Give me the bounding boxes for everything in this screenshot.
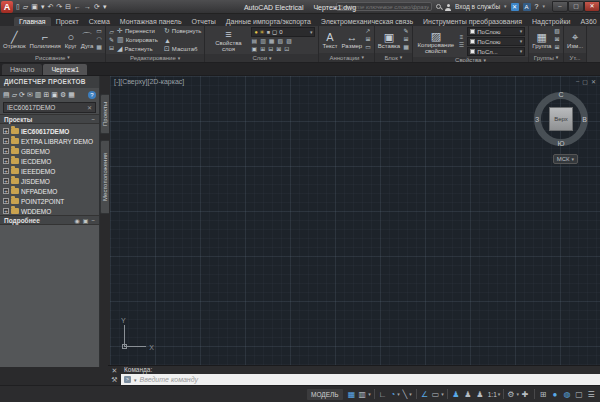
annotation-scale-button[interactable]: ♟ ▾ [475,388,486,401]
isodraft-toggle[interactable]: ╲ ▾ [402,388,413,401]
scale-value-button[interactable]: 1:1 ▾ [487,388,501,401]
command-customize-icon[interactable]: ⚒ [111,376,117,384]
new-project-icon[interactable]: ▤ [3,90,10,100]
project-item[interactable]: + GBDEMO [3,146,99,156]
panel-label-annotation[interactable]: Аннотации▾ [319,53,373,62]
modify-tool-button[interactable]: ↻ Повернуть [164,27,202,35]
forward-icon[interactable]: → [84,1,91,13]
modify-tool-button[interactable]: ▲ [164,36,202,44]
layer-dropdown[interactable]: ● ☀ ■ ▢ 0 ▾ [251,27,315,37]
ribbon-tab[interactable]: Электромеханическая связь [316,17,418,26]
layer-mini-icon[interactable]: ⊟ [268,46,273,53]
annotation-mini-icon[interactable]: ▭ [365,44,371,51]
new-drawing-icon[interactable]: ⊞ [43,90,49,100]
help-button[interactable]: ? [535,3,539,10]
layer-mini-icon[interactable]: ▦ [269,38,275,45]
polar-toggle[interactable]: ◔ ▾ [390,388,401,401]
modify-tool-button[interactable]: ▥ Копировать [117,36,158,44]
ribbon-tab[interactable]: Данные импорта/экспорта [221,17,316,26]
group-mini-icon[interactable]: ▧ [554,28,560,35]
a360-icon[interactable]: A [523,3,531,11]
expand-icon[interactable]: + [3,128,9,134]
modify-mini-icon[interactable]: ⊟ [109,45,114,52]
quick-properties-toggle[interactable]: ⊞ ▾ [538,388,549,401]
project-item[interactable]: + WDDEMO [3,206,99,215]
panel-label-groups[interactable]: Группы▾ [529,53,563,62]
viewport-controls[interactable]: [-][Сверху][2D-каркас] [114,78,184,85]
block-mini-icon[interactable]: ⊞ [403,36,409,43]
osnap-toggle[interactable]: ▭ ▾ [432,388,444,401]
layer-mini-icon[interactable]: ▥ [260,38,266,45]
insert-block-button[interactable]: ▣ Вставка [378,31,400,49]
project-item[interactable]: + POINT2POINT [3,196,99,206]
properties-mini-icon[interactable]: ☰ [459,42,464,49]
modify-tool-button[interactable]: ✛ Перенести [117,27,158,35]
expand-icon[interactable]: + [3,138,9,144]
minimize-button[interactable]: – [552,1,568,12]
new-file-icon[interactable]: ▯ [16,1,20,13]
layer-mini-icon[interactable]: ▧ [277,38,283,45]
ribbon-tab[interactable]: Схема [84,17,115,26]
properties-mini-icon[interactable]: ≡ [459,34,464,41]
layer-mini-icon[interactable]: ⊠ [276,46,281,53]
clear-icon[interactable]: ✕ [87,104,92,111]
details-section-header[interactable]: Подробнее ◉▣− [0,215,99,225]
panel-label-block[interactable]: Блок▾ [375,53,412,62]
command-close-icon[interactable]: ✕ [112,367,118,375]
project-item[interactable]: + NFPADEMO [3,186,99,196]
group-button[interactable]: ▦ Группа [532,31,551,49]
open-file-icon[interactable]: ▱ [23,1,28,13]
save-icon[interactable]: ▣ [31,1,38,13]
expand-icon[interactable]: + [3,188,9,194]
panel-label-modify[interactable]: Редактирование▾ [106,54,204,62]
settings-icon[interactable]: ⚙ [60,90,66,100]
layer-mini-icon[interactable]: ⊞ [260,46,265,53]
annotation-mini-icon[interactable]: ↗ [365,28,371,35]
measure-button[interactable]: ⌖ Изм... [567,31,583,49]
model-space-button[interactable]: МОДЕЛЬ [307,389,343,400]
utilities-icon[interactable]: ▦ [68,90,75,100]
ribbon-tab[interactable]: A360 [575,17,600,26]
viewcube-east[interactable]: В [582,116,587,123]
viewcube-west[interactable]: З [535,116,539,123]
viewcube-south[interactable]: Ю [557,140,564,147]
annotation-mini-icon[interactable]: ⊞ [365,36,371,43]
help-caret-icon[interactable]: ▾ [542,4,545,9]
layer-properties-button[interactable]: ≡ Свойства слоя [208,28,248,52]
group-mini-icon[interactable]: ⊞ [554,44,560,51]
match-properties-button[interactable]: ▨ Копирование свойств [416,30,456,54]
projects-section-header[interactable]: Проекты − [0,114,99,124]
project-item[interactable]: + IEC60617DEMO [3,126,99,136]
doc-close-button[interactable]: ✕ [591,78,596,85]
recent-commands-icon[interactable]: ▾ [134,377,137,383]
project-update-icon[interactable]: ⟳ [19,90,25,100]
project-item[interactable]: + IEEEDEMO [3,166,99,176]
property-dropdown[interactable]: ПоСл... ▾ [467,47,525,56]
ribbon-tab[interactable]: Инструменты преобразования [418,17,527,26]
layer-mini-icon[interactable]: ▤ [251,38,257,45]
draw-tool-button[interactable]: ⌒ Дуга [81,31,94,49]
expand-icon[interactable]: + [3,168,9,174]
ribbon-tab[interactable]: Надстройки [527,17,575,26]
draw-tool-button[interactable]: ○ Круг [65,31,77,49]
layer-mini-icon[interactable]: ⊡ [284,46,289,53]
palette-side-tab[interactable]: Местоположения [100,140,109,214]
ribbon-tab[interactable]: Главная [14,17,51,26]
redo-icon[interactable]: ↷ [56,1,62,13]
panel-label-layers[interactable]: Слои▾ [205,54,318,62]
viewcube-north[interactable]: С [558,91,563,98]
expand-icon[interactable]: + [3,178,9,184]
open-project-icon[interactable]: ▱ [12,90,17,100]
publish-icon[interactable]: ✉ [27,90,33,100]
collapse-icon[interactable]: − [91,217,95,224]
snap-toggle[interactable]: ▥ ▾ [359,388,371,401]
ortho-toggle[interactable]: ∟ ▾ [378,388,389,401]
ribbon-tab[interactable]: Отчеты [187,17,221,26]
signin-caret-icon[interactable]: ▾ [504,4,507,9]
wcs-button[interactable]: МСК ▾ [553,154,578,164]
panel-label-utilities[interactable]: Ут... [564,53,586,62]
isolate-objects-toggle[interactable]: ● ▾ [550,388,561,401]
layer-mini-icon[interactable]: ▨ [286,38,292,45]
command-input-row[interactable]: > ▾ Введите команду [121,374,600,385]
property-dropdown[interactable]: ПоСлою ▾ [467,27,525,36]
